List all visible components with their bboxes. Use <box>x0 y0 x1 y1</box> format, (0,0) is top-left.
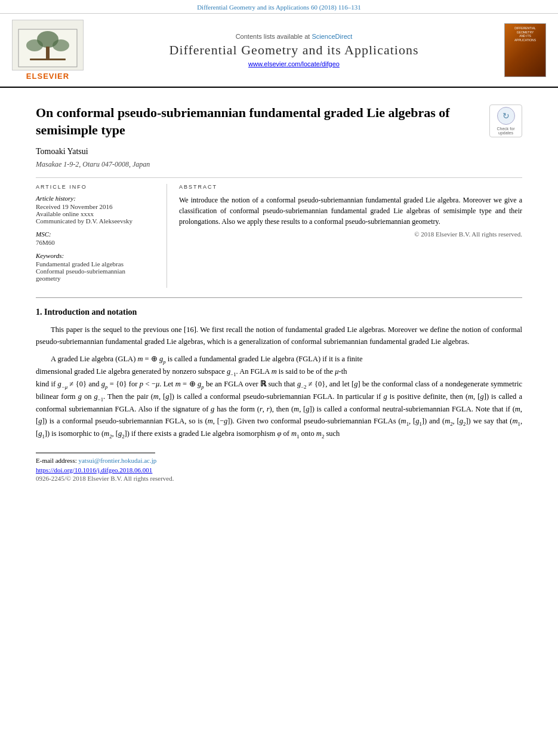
journal-title: Differential Geometry and its Applicatio… <box>169 42 419 58</box>
check-updates-arrow-icon: ↻ <box>502 111 510 121</box>
footer: E-mail address: yatsui@frontier.hokudai.… <box>36 453 522 482</box>
msc-group: MSC: 76M60 <box>36 231 157 246</box>
article-info-label: ARTICLE INFO <box>36 184 157 190</box>
section1-para2: A graded Lie algebra (GLA) m = ⊕ gp is c… <box>36 354 522 441</box>
received-date: Received 19 November 2016 <box>36 203 157 210</box>
keyword-1: Fundamental graded Lie algebras <box>36 260 157 268</box>
author-email-link[interactable]: yatsui@frontier.hokudai.ac.jp <box>78 457 156 464</box>
check-updates-label: Check for updates <box>490 127 522 135</box>
section1-heading: 1. Introduction and notation <box>36 308 522 317</box>
svg-point-3 <box>26 39 43 51</box>
sciencedirect-link[interactable]: ScienceDirect <box>312 33 352 40</box>
abstract-column: ABSTRACT We introduce the notion of a co… <box>179 184 522 288</box>
keyword-3: geometry <box>36 275 157 282</box>
elsevier-brand-text: ELSEVIER <box>26 72 69 81</box>
journal-center: Contents lists available at ScienceDirec… <box>93 20 495 81</box>
keyword-2: Conformal pseudo-subriemannian <box>36 268 157 275</box>
section1-para1-text: This paper is the sequel to the previous… <box>36 325 522 345</box>
elsevier-logo-image <box>12 20 84 70</box>
footer-divider <box>36 453 155 453</box>
svg-point-4 <box>53 39 69 51</box>
journal-reference-text: Differential Geometry and its Applicatio… <box>197 4 361 11</box>
svg-rect-2 <box>46 47 50 59</box>
article-info-abstract: ARTICLE INFO Article history: Received 1… <box>36 184 522 288</box>
email-label: E-mail address: <box>36 457 77 464</box>
article-info-column: ARTICLE INFO Article history: Received 1… <box>36 184 167 288</box>
abstract-text: We introduce the notion of a conformal p… <box>179 195 522 227</box>
keywords-label: Keywords: <box>36 252 157 259</box>
footer-rights: 0926-2245/© 2018 Elsevier B.V. All right… <box>36 475 522 482</box>
journal-url: www.elsevier.com/locate/difgeo <box>248 60 340 67</box>
journal-cover-container: DIFFERENTIALGEOMETRYAND ITSAPPLICATIONS <box>501 20 549 81</box>
contents-available-line: Contents lists available at ScienceDirec… <box>236 33 353 40</box>
section-divider <box>36 297 522 298</box>
history-label: Article history: <box>36 195 157 202</box>
check-updates-icon: ↻ <box>497 107 515 125</box>
and-word: and <box>429 417 440 425</box>
footer-email-line: E-mail address: yatsui@frontier.hokudai.… <box>36 457 522 464</box>
copyright-text: © 2018 Elsevier B.V. All rights reserved… <box>179 231 522 238</box>
abstract-label: ABSTRACT <box>179 184 522 190</box>
author-address: Masakae 1-9-2, Otaru 047-0008, Japan <box>36 160 522 169</box>
communicated-by: Communicated by D.V. Alekseevsky <box>36 217 157 225</box>
contents-text: Contents lists available at <box>236 33 310 40</box>
check-updates-badge[interactable]: ↻ Check for updates <box>483 102 522 137</box>
title-divider <box>36 177 522 178</box>
journal-cover-image: DIFFERENTIALGEOMETRYAND ITSAPPLICATIONS <box>504 23 546 77</box>
available-online: Available online xxxx <box>36 210 157 217</box>
main-content: ↻ Check for updates On conformal pseudo-… <box>0 88 558 494</box>
section1-para1: This paper is the sequel to the previous… <box>36 324 522 348</box>
cover-text-1: DIFFERENTIALGEOMETRYAND ITSAPPLICATIONS <box>514 26 536 42</box>
msc-label: MSC: <box>36 231 157 238</box>
paper-title: On conformal pseudo-subriemannian fundam… <box>36 105 465 139</box>
elsevier-logo-container: ELSEVIER <box>9 20 87 81</box>
journal-reference-bar: Differential Geometry and its Applicatio… <box>0 0 558 14</box>
journal-header: ELSEVIER Contents lists available at Sci… <box>0 14 558 88</box>
keywords-group: Keywords: Fundamental graded Lie algebra… <box>36 252 157 282</box>
svg-rect-5 <box>30 59 66 60</box>
elsevier-tree-svg <box>18 29 78 67</box>
doi-link[interactable]: https://doi.org/10.1016/j.difgeo.2018.06… <box>36 466 152 474</box>
doi-line[interactable]: https://doi.org/10.1016/j.difgeo.2018.06… <box>36 466 522 474</box>
author-name: Tomoaki Yatsui <box>36 147 522 156</box>
journal-url-link[interactable]: www.elsevier.com/locate/difgeo <box>248 60 340 67</box>
article-history-group: Article history: Received 19 November 20… <box>36 195 157 225</box>
msc-value: 76M60 <box>36 239 157 246</box>
